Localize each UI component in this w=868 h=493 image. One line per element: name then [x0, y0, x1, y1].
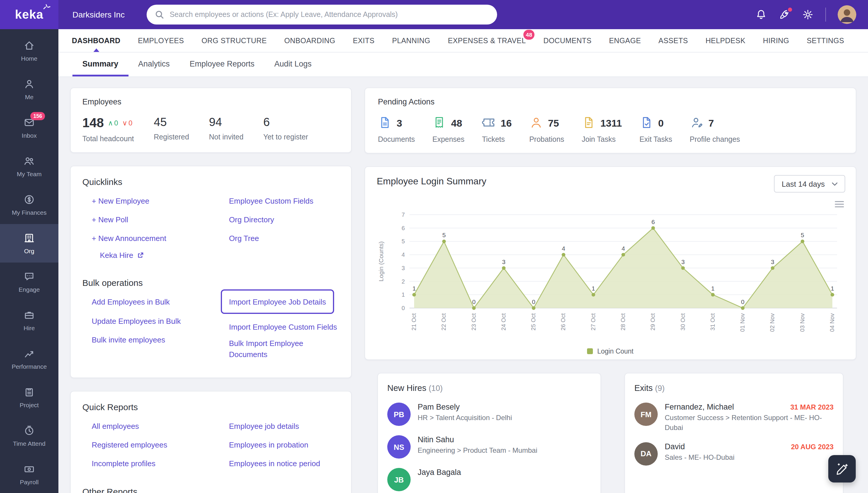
- nav-tab-hiring[interactable]: HIRING: [754, 29, 798, 52]
- pending-label: Documents: [378, 135, 415, 144]
- nav-tab-settings[interactable]: SETTINGS: [798, 29, 853, 52]
- pending-exit-tasks[interactable]: 0 Exit Tasks: [639, 115, 672, 144]
- nav-tab-planning[interactable]: PLANNING: [383, 29, 439, 52]
- sidebar-item-performance[interactable]: Performance: [0, 340, 58, 378]
- sidebar-item-label: Hire: [24, 324, 35, 331]
- login-summary-card: Employee Login Summary Last 14 days 0123…: [364, 166, 856, 360]
- exit-row[interactable]: DA David 20 AUG 2023 Sales - ME- HO-Duba…: [634, 442, 833, 465]
- nav-tab-dashboard[interactable]: DASHBOARD: [63, 29, 129, 52]
- nav-tab-documents[interactable]: DOCUMENTS: [535, 29, 601, 52]
- logo-spark-icon: [43, 3, 51, 12]
- sidebar-item-my-team[interactable]: My Team: [0, 147, 58, 186]
- bulk-add-employees[interactable]: Add Employees in Bulk: [92, 297, 170, 308]
- sidebar-item-inbox[interactable]: 156 Inbox: [0, 108, 58, 147]
- report-employees-in-probation[interactable]: Employees in probation: [229, 440, 308, 451]
- subtab-audit-logs[interactable]: Audit Logs: [264, 52, 322, 77]
- sidebar-item-time-attend[interactable]: Time Attend: [0, 416, 58, 455]
- report-registered-employees[interactable]: Registered employees: [92, 440, 167, 451]
- report-all-employees[interactable]: All employees: [92, 421, 139, 432]
- svg-text:02 Nov: 02 Nov: [769, 313, 775, 332]
- whats-new-rocket-icon[interactable]: [779, 9, 790, 20]
- search-input[interactable]: [170, 10, 489, 19]
- chart-legend[interactable]: Login Count: [377, 348, 844, 355]
- new-hire-row[interactable]: PB Pam Besely HR > Talent Acquisition - …: [387, 403, 591, 426]
- avatar: JB: [387, 468, 411, 491]
- nav-tab-label: ASSETS: [659, 37, 688, 45]
- bulk-import-documents[interactable]: Bulk Import Employee Documents: [229, 338, 339, 360]
- pending-join-tasks[interactable]: 1311 Join Tasks: [582, 115, 622, 144]
- sidebar-item-payroll[interactable]: Payroll: [0, 455, 58, 493]
- svg-text:0: 0: [402, 305, 405, 311]
- assistant-button[interactable]: [828, 455, 856, 483]
- quicklink-new-announcement[interactable]: + New Announcement: [92, 234, 166, 245]
- sidebar-item-my-finances[interactable]: My Finances: [0, 186, 58, 224]
- subtab-analytics[interactable]: Analytics: [128, 52, 180, 77]
- subtab-summary[interactable]: Summary: [73, 52, 128, 77]
- new-hires-title: New Hires: [387, 383, 426, 393]
- nav-tab-engage[interactable]: ENGAGE: [600, 29, 649, 52]
- pending-documents[interactable]: 3 Documents: [378, 115, 415, 144]
- bulk-invite-employees[interactable]: Bulk invite employees: [92, 335, 165, 346]
- subtab-employee-reports[interactable]: Employee Reports: [180, 52, 264, 77]
- svg-text:04 Nov: 04 Nov: [829, 313, 835, 332]
- svg-text:4: 4: [562, 245, 565, 252]
- quicklink-new-poll[interactable]: + New Poll: [92, 215, 128, 226]
- notifications-bell-icon[interactable]: [755, 9, 767, 20]
- global-search[interactable]: [147, 5, 497, 24]
- settings-gear-icon[interactable]: [802, 9, 814, 20]
- nav-tab-employees[interactable]: EMPLOYEES: [129, 29, 193, 52]
- sidebar-item-org[interactable]: Org: [0, 224, 58, 262]
- stat-value: 6: [263, 115, 270, 129]
- quicklink-employee-custom-fields[interactable]: Employee Custom Fields: [229, 196, 314, 207]
- topbar-divider: [825, 7, 826, 22]
- person-subtitle: Customer Success > Retention Support - M…: [665, 413, 833, 433]
- sidebar-item-engage[interactable]: Engage: [0, 262, 58, 301]
- receipt-icon: [432, 115, 446, 132]
- svg-text:21 Oct: 21 Oct: [411, 313, 417, 330]
- date-range-dropdown[interactable]: Last 14 days: [774, 175, 845, 193]
- bulk-import-custom-fields[interactable]: Import Employee Custom Fields: [229, 322, 337, 333]
- pending-probations[interactable]: 75 Probations: [529, 115, 564, 144]
- new-hire-row[interactable]: JB Jaya Bagala: [387, 468, 591, 491]
- new-hire-row[interactable]: NS Nitin Sahu Engineering > Product Team…: [387, 435, 591, 458]
- chart-context-menu-icon[interactable]: [835, 201, 844, 208]
- svg-text:4: 4: [622, 245, 625, 252]
- pending-count: 0: [658, 118, 664, 130]
- nav-tab-expenses-travel[interactable]: EXPENSES & TRAVEL48: [439, 29, 534, 52]
- nav-tab-label: HIRING: [763, 37, 789, 45]
- nav-tab-exits[interactable]: EXITS: [344, 29, 383, 52]
- nav-tab-helpdesk[interactable]: HELPDESK: [697, 29, 754, 52]
- sidebar: Home Me 156 Inbox My Team My Finances Or…: [0, 29, 58, 493]
- report-employee-job-details[interactable]: Employee job details: [229, 421, 299, 432]
- report-incomplete-profiles[interactable]: Incomplete profiles: [92, 458, 155, 470]
- nav-tab-onboarding[interactable]: ONBOARDING: [276, 29, 344, 52]
- quicklink-org-directory[interactable]: Org Directory: [229, 215, 274, 226]
- sidebar-item-home[interactable]: Home: [0, 31, 58, 70]
- pending-expenses[interactable]: 48 Expenses: [432, 115, 464, 144]
- user-avatar[interactable]: [837, 5, 856, 24]
- bulk-import-job-details[interactable]: Import Employee Job Details: [229, 297, 326, 308]
- nav-tab-assets[interactable]: ASSETS: [650, 29, 697, 52]
- svg-text:6: 6: [651, 218, 655, 225]
- nav-tab-org-structure[interactable]: ORG STRUCTURE: [193, 29, 276, 52]
- sidebar-item-project[interactable]: Project: [0, 378, 58, 416]
- sidebar-item-label: Org: [24, 248, 34, 254]
- svg-text:25 Oct: 25 Oct: [530, 313, 537, 330]
- pending-profile-changes[interactable]: 7 Profile changes: [690, 115, 740, 144]
- quicklink-org-tree[interactable]: Org Tree: [229, 234, 259, 245]
- quicklink-keka-hire[interactable]: Keka Hire: [100, 250, 133, 261]
- headcount-up-indicator: ∧0: [108, 119, 118, 127]
- keka-logo[interactable]: keka: [0, 0, 58, 29]
- quicklink-new-employee[interactable]: + New Employee: [92, 196, 149, 207]
- exit-date: 31 MAR 2023: [790, 403, 833, 411]
- report-employees-notice-period[interactable]: Employees in notice period: [229, 458, 320, 470]
- pending-tickets[interactable]: 16 Tickets: [482, 115, 512, 144]
- bulk-update-employees[interactable]: Update Employees in Bulk: [92, 316, 181, 327]
- hire-icon: [23, 309, 35, 321]
- exit-row[interactable]: FM Fernandez, Michael 31 MAR 2023 Custom…: [634, 403, 833, 433]
- exits-count: (9): [655, 384, 665, 393]
- sidebar-item-hire[interactable]: Hire: [0, 301, 58, 340]
- legend-swatch: [587, 348, 593, 354]
- nav-tab-label: EXITS: [353, 37, 375, 45]
- sidebar-item-me[interactable]: Me: [0, 70, 58, 108]
